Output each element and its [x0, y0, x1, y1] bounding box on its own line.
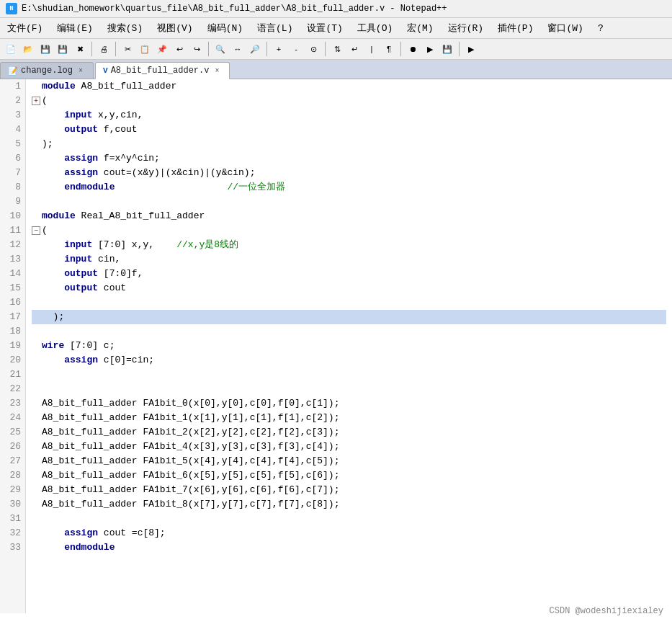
tab-close-button[interactable]: × — [76, 66, 86, 76]
watermark: CSDN @wodeshijiexialey — [541, 603, 672, 619]
code-line[interactable]: input cin, — [32, 252, 666, 267]
menu-item-l[interactable]: 语言(L) — [250, 19, 300, 37]
toolbar-print-button[interactable]: 🖨 — [96, 41, 112, 57]
toolbar-restore-zoom-button[interactable]: ⊙ — [305, 41, 321, 57]
line-number: 15 — [4, 281, 21, 295]
code-line[interactable]: A8_bit_full_adder FA1bit_0(x[0],y[0],c[0… — [32, 396, 666, 411]
code-line[interactable]: assign f=x^y^cin; — [32, 151, 666, 166]
code-line[interactable]: output cout — [32, 281, 666, 295]
fold-close-marker[interactable]: + — [32, 97, 40, 105]
code-line[interactable]: assign c[0]=cin; — [32, 353, 666, 368]
code-line[interactable] — [32, 324, 666, 339]
token-ident: x,y,cin, — [92, 110, 143, 120]
code-line[interactable]: assign cout =c[8]; — [32, 526, 666, 540]
code-line[interactable]: A8_bit_full_adder FA1bit_6(x[5],y[5],c[5… — [32, 468, 666, 483]
toolbar-macro-playback-button[interactable]: ▶ — [422, 41, 438, 57]
code-line[interactable]: A8_bit_full_adder FA1bit_7(x[6],y[6],c[6… — [32, 483, 666, 497]
code-line[interactable] — [32, 195, 666, 209]
fold-open-marker[interactable]: − — [32, 226, 40, 235]
menu-item-m[interactable]: 宏(M) — [400, 19, 440, 37]
toolbar-find-in-files-button[interactable]: 🔎 — [247, 41, 263, 57]
menu-item-o[interactable]: 工具(O) — [350, 19, 400, 37]
toolbar-view-all-chars-button[interactable]: ¶ — [381, 41, 397, 57]
code-line[interactable]: input x,y,cin, — [32, 108, 666, 123]
token-kw: assign — [64, 355, 98, 365]
code-line[interactable]: A8_bit_full_adder FA1bit_4(x[3],y[3],c[3… — [32, 440, 666, 454]
line-number: 25 — [4, 425, 21, 440]
line-numbers: 1234567891011121314151617181920212223242… — [0, 79, 26, 613]
toolbar-replace-button[interactable]: ↔ — [230, 41, 246, 57]
toolbar-word-wrap-button[interactable]: ↵ — [346, 41, 362, 57]
code-line[interactable]: module A8_bit_full_adder — [32, 79, 666, 94]
tab-change-log[interactable]: 📝change.log× — [0, 62, 94, 79]
token-ident: A8_bit_full_adder FA1bit_7(x[6],y[6],c[6… — [42, 484, 339, 495]
toolbar-separator — [325, 42, 326, 56]
toolbar-redo-button[interactable]: ↪ — [189, 41, 205, 57]
token-indent — [42, 268, 64, 279]
menu-item-n[interactable]: 编码(N) — [200, 19, 250, 37]
tab-label: A8_bit_full_adder.v — [111, 66, 210, 76]
toolbar-close-button[interactable]: ✖ — [72, 41, 88, 57]
code-area[interactable]: module A8_bit_full_adder+( input x,y,cin… — [26, 79, 672, 613]
menu-item-r[interactable]: 运行(R) — [441, 19, 490, 37]
line-number: 28 — [4, 468, 21, 483]
code-line[interactable] — [32, 368, 666, 382]
tab-A8_bit_full_adder-v[interactable]: VA8_bit_full_adder.v× — [95, 62, 230, 79]
toolbar-indent-guide-button[interactable]: | — [364, 41, 380, 57]
code-line[interactable]: A8_bit_full_adder FA1bit_2(x[2],y[2],c[2… — [32, 425, 666, 440]
code-line[interactable] — [32, 382, 666, 396]
toolbar-separator — [208, 42, 209, 56]
toolbar-undo-button[interactable]: ↩ — [171, 41, 187, 57]
toolbar-zoom-out-button[interactable]: - — [288, 41, 304, 57]
menu-item-f[interactable]: 文件(F) — [0, 19, 50, 37]
code-line[interactable]: output f,cout — [32, 123, 666, 137]
code-line[interactable]: A8_bit_full_adder FA1bit_1(x[1],y[1],c[1… — [32, 411, 666, 425]
toolbar-find-button[interactable]: 🔍 — [212, 41, 228, 57]
toolbar-new-button[interactable]: 📄 — [3, 41, 19, 57]
menu-item-w[interactable]: 窗口(W) — [540, 19, 590, 37]
line-number: 21 — [4, 368, 21, 382]
toolbar-separator — [91, 42, 92, 56]
toolbar-zoom-in-button[interactable]: + — [271, 41, 287, 57]
toolbar-macro-save-button[interactable]: 💾 — [439, 41, 455, 57]
token-kw: input — [64, 254, 92, 264]
menu-item-p[interactable]: 插件(P) — [490, 19, 540, 37]
code-line[interactable]: assign cout=(x&y)|(x&cin)|(y&cin); — [32, 166, 666, 180]
line-number: 13 — [4, 252, 21, 267]
menu-bar: 文件(F)编辑(E)搜索(S)视图(V)编码(N)语言(L)设置(T)工具(O)… — [0, 18, 672, 39]
line-number: 17 — [4, 310, 21, 324]
code-line[interactable] — [32, 295, 666, 310]
code-line[interactable]: ); — [32, 310, 666, 324]
toolbar-sync-scroll-button[interactable]: ⇅ — [329, 41, 345, 57]
code-line[interactable]: module Real_A8_bit_full_adder — [32, 209, 666, 223]
menu-item-s[interactable]: 搜索(S) — [100, 19, 150, 37]
line-number: 7 — [4, 166, 21, 180]
line-number: 11 — [4, 223, 21, 238]
menu-item-e[interactable]: 编辑(E) — [50, 19, 99, 37]
code-line[interactable]: −( — [32, 223, 666, 238]
menu-item-v[interactable]: 视图(V) — [150, 19, 200, 37]
toolbar-paste-button[interactable]: 📌 — [154, 41, 170, 57]
toolbar-save-all-button[interactable]: 💾 — [55, 41, 71, 57]
token-ident: A8_bit_full_adder FA1bit_4(x[3],y[3],c[3… — [42, 441, 339, 452]
code-line[interactable] — [32, 512, 666, 526]
code-line[interactable]: +( — [32, 94, 666, 108]
toolbar-cut-button[interactable]: ✂ — [120, 41, 135, 57]
code-line[interactable]: output [7:0]f, — [32, 267, 666, 281]
toolbar-run-button[interactable]: ▶ — [463, 41, 479, 57]
code-line[interactable]: wire [7:0] c; — [32, 339, 666, 353]
menu-item-[interactable]: ? — [591, 21, 611, 36]
code-line[interactable]: input [7:0] x,y, //x,y是8线的 — [32, 238, 666, 252]
code-line[interactable]: A8_bit_full_adder FA1bit_5(x[4],y[4],c[4… — [32, 454, 666, 468]
toolbar-open-button[interactable]: 📂 — [20, 41, 36, 57]
code-line[interactable]: A8_bit_full_adder FA1bit_8(x[7],y[7],c[7… — [32, 497, 666, 512]
toolbar-macro-record-button[interactable]: ⏺ — [405, 41, 421, 57]
toolbar-save-button[interactable]: 💾 — [37, 41, 53, 57]
code-line[interactable]: endmodule — [32, 540, 666, 555]
toolbar-copy-button[interactable]: 📋 — [137, 41, 153, 57]
code-line[interactable]: ); — [32, 137, 666, 151]
code-line[interactable]: endmodule //一位全加器 — [32, 180, 666, 195]
tab-close-button[interactable]: × — [212, 66, 222, 76]
menu-item-t[interactable]: 设置(T) — [300, 19, 349, 37]
token-kw: module — [42, 81, 76, 92]
